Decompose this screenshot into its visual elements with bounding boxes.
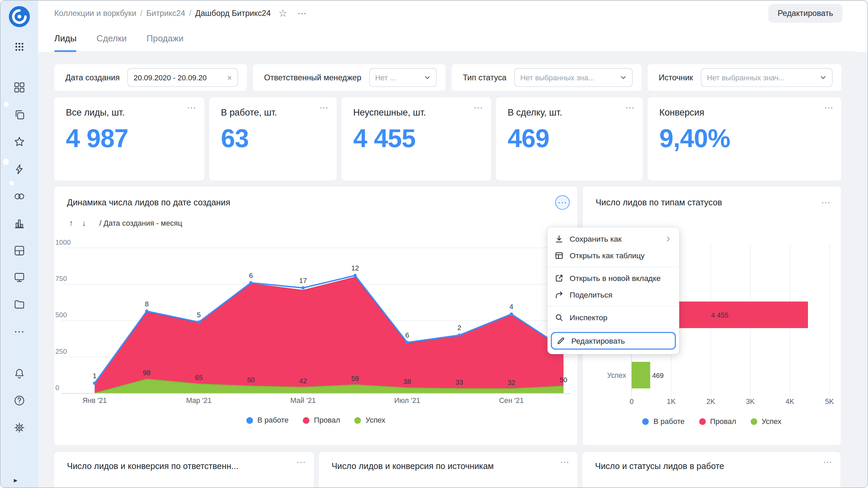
sidebar-item-charts-icon[interactable]: [13, 218, 25, 230]
kpi-value: 4 455: [353, 123, 484, 153]
more-icon[interactable]: ⋯: [296, 458, 306, 467]
sidebar-item-workbooks[interactable]: [13, 108, 25, 121]
chart-title: Число лидов и конверсия по ответственн..…: [67, 462, 306, 471]
menu-divider: [548, 267, 679, 267]
sidebar-more-icon[interactable]: ⋯: [14, 326, 25, 337]
svg-text:750: 750: [55, 275, 67, 282]
chart-more-icon[interactable]: ⋯: [555, 195, 570, 209]
dashboard-content: Дата создания 20.09.2020 - 20.09.20 × От…: [38, 52, 868, 487]
breadcrumb-separator: /: [189, 9, 192, 18]
bar-chart-legend: В работе Провал Успех: [583, 417, 841, 425]
sidebar-item-navigation-folder-icon[interactable]: [13, 298, 25, 310]
legend-label: Успех: [366, 416, 385, 424]
drill-up-icon[interactable]: ↑: [69, 219, 73, 227]
menu-item-share[interactable]: Поделиться: [548, 287, 679, 303]
legend-label: Провал: [314, 416, 340, 424]
tab-sales[interactable]: Продажи: [146, 34, 183, 52]
main-area: Коллекции и воркбуки / Битрикс24 / Дашбо…: [38, 1, 868, 488]
leads-dynamics-chart-card: Динамика числа лидов по дате создания ⋯ …: [54, 186, 577, 445]
legend-item[interactable]: Провал: [303, 416, 340, 424]
chart-more-icon[interactable]: ⋯: [819, 195, 833, 209]
notifications-bell-icon[interactable]: [13, 367, 25, 380]
svg-text:32: 32: [508, 379, 515, 386]
more-icon[interactable]: ⋯: [187, 103, 197, 113]
legend-item[interactable]: Провал: [699, 417, 736, 425]
legend-dot: [354, 417, 361, 424]
kpi-label: Конверсия: [659, 107, 833, 118]
drill-breadcrumb[interactable]: / Дата создания - месяц: [99, 219, 182, 227]
legend-item[interactable]: В работе: [643, 417, 685, 425]
date-range-input[interactable]: 20.09.2020 - 20.09.20 ×: [127, 68, 238, 87]
menu-item-inspector[interactable]: Инспектор: [548, 309, 679, 326]
svg-text:33: 33: [455, 379, 463, 386]
sidebar-item-dashboards-icon[interactable]: [13, 245, 25, 257]
sidebar-item-datasets-icon[interactable]: [13, 190, 25, 203]
leads-by-manager-card: ⋯ Число лидов и конверсия по ответственн…: [54, 452, 314, 487]
legend-dot: [699, 418, 706, 425]
table-icon: [555, 251, 564, 260]
tab-leads[interactable]: Лиды: [54, 34, 77, 52]
clear-icon[interactable]: ×: [227, 73, 232, 82]
share-icon: [555, 290, 564, 299]
source-select[interactable]: Нет выбранных знач...: [701, 68, 833, 87]
legend-item[interactable]: Успех: [354, 416, 385, 424]
svg-text:500: 500: [55, 311, 67, 319]
svg-text:2: 2: [457, 324, 461, 331]
select-placeholder: Нет выбранных знач...: [707, 73, 816, 81]
legend-item[interactable]: В работе: [246, 416, 289, 424]
filter-status-type: Тип статуса Нет выбранных зна...: [452, 64, 642, 90]
status-type-select[interactable]: Нет выбранных зна...: [514, 68, 633, 87]
filter-label: Дата создания: [65, 73, 120, 82]
manager-select[interactable]: Нет ...: [369, 68, 437, 87]
breadcrumb-separator: /: [140, 9, 142, 18]
decorative-dot: [3, 159, 9, 165]
kpi-unsuccessful: ⋯ Неуспешные, шт. 4 455: [341, 97, 491, 180]
more-icon[interactable]: ⋯: [823, 458, 833, 467]
more-icon[interactable]: ⋯: [824, 103, 834, 113]
legend-dot: [643, 418, 649, 425]
sidebar-item-connections-lightning-icon[interactable]: [13, 163, 25, 176]
chart-title: Динамика числа лидов по дате создания: [67, 198, 231, 207]
chart-title: Число лидов по типам статусов: [596, 198, 722, 207]
svg-text:469: 469: [652, 372, 664, 379]
tab-deals[interactable]: Сделки: [97, 34, 127, 52]
datalens-logo[interactable]: [8, 5, 30, 29]
more-icon[interactable]: ⋯: [560, 458, 570, 467]
more-icon[interactable]: ⋯: [319, 103, 329, 113]
menu-item-open-as-table[interactable]: Открыть как таблицу: [548, 247, 679, 264]
edit-button[interactable]: Редактировать: [768, 4, 843, 23]
menu-item-label: Поделиться: [570, 290, 612, 299]
breadcrumb-workbook[interactable]: Битрикс24: [146, 9, 185, 18]
svg-text:38: 38: [403, 378, 411, 385]
settings-gear-icon[interactable]: [13, 422, 25, 434]
favorite-star-icon[interactable]: ☆: [278, 7, 287, 19]
sidebar-item-favorites-star-icon[interactable]: [13, 136, 25, 148]
sidebar-expand-icon[interactable]: ▸: [14, 476, 18, 484]
more-icon[interactable]: ⋯: [625, 103, 635, 113]
menu-item-open-new-tab[interactable]: Открыть в новой вкладке: [548, 270, 679, 287]
svg-text:1K: 1K: [667, 398, 676, 405]
download-icon: [555, 235, 564, 243]
stacked-area-chart[interactable]: 02505007501000Янв '21Мар '21Май '21Июл '…: [54, 237, 577, 409]
header-more-icon[interactable]: ⋯: [297, 7, 307, 19]
filter-label: Ответственный менеджер: [264, 73, 361, 82]
menu-item-save-as[interactable]: Сохранить как: [548, 231, 679, 247]
chevron-down-icon: [820, 74, 827, 81]
svg-text:65: 65: [195, 374, 203, 381]
kpi-all-leads: ⋯ Все лиды, шт. 4 987: [54, 97, 204, 180]
drill-down-icon[interactable]: ↓: [82, 219, 86, 227]
svg-text:4: 4: [510, 303, 513, 310]
menu-item-edit[interactable]: Редактировать: [551, 332, 676, 350]
apps-grid-icon[interactable]: [14, 41, 25, 54]
breadcrumb-collections[interactable]: Коллекции и воркбуки: [54, 9, 136, 18]
sidebar-item-collections[interactable]: [13, 81, 25, 94]
more-icon[interactable]: ⋯: [474, 103, 484, 113]
menu-item-label: Открыть в новой вкладке: [570, 274, 660, 283]
sidebar-item-editor-monitor-icon[interactable]: [13, 271, 25, 283]
submenu-chevron-icon: [664, 235, 672, 243]
svg-text:1: 1: [93, 372, 97, 380]
help-icon[interactable]: [13, 394, 25, 407]
menu-divider: [548, 306, 679, 307]
legend-item[interactable]: Успех: [751, 417, 782, 425]
charts-row: Динамика числа лидов по дате создания ⋯ …: [54, 186, 867, 445]
